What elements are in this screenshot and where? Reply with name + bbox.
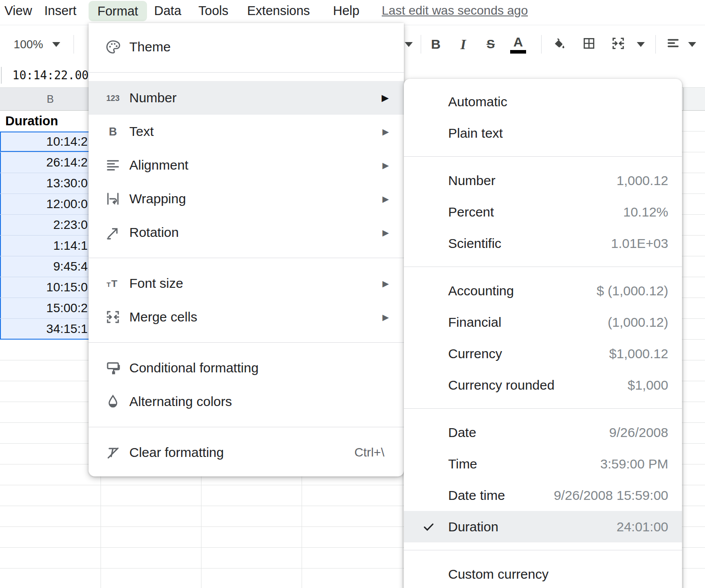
table-row[interactable]: 26:14:2 [0,152,101,173]
formula-bar-divider [1,67,2,84]
format-example: 9/26/2008 [600,425,668,440]
menu-item-wrapping[interactable]: Wrapping ▶ [89,182,404,216]
menu-divider [404,156,682,157]
menu-item-rotation[interactable]: Rotation ▶ [89,216,404,249]
menubar-item-view[interactable]: View [4,0,32,21]
column-header-b[interactable]: B [0,88,101,110]
table-row[interactable]: 15:00:2 [0,298,101,319]
merge-cells-icon [611,36,626,53]
menubar-item-format[interactable]: Format [89,1,147,21]
submenu-item-date-time[interactable]: Date time 9/26/2008 15:59:00 [404,480,682,511]
menu-divider [404,550,682,550]
menu-divider [89,72,404,73]
merge-cells-icon [105,309,121,325]
menu-item-theme[interactable]: Theme [89,30,404,64]
italic-icon: I [461,36,466,53]
submenu-item-label: Automatic [448,94,507,109]
conditional-formatting-icon [105,360,121,376]
submenu-item-currency[interactable]: Currency $1,000.12 [404,338,682,369]
menu-item-label: Wrapping [129,191,186,206]
submenu-item-number[interactable]: Number 1,000.12 [404,165,682,196]
submenu-item-label: Duration [448,519,498,534]
format-example: 24:01:00 [608,519,668,534]
submenu-item-automatic[interactable]: Automatic [404,86,682,117]
checkmark-icon [419,511,438,542]
menu-item-merge-cells[interactable]: Merge cells ▶ [89,300,404,334]
submenu-item-duration[interactable]: Duration 24:01:00 [404,511,682,542]
table-row[interactable]: 12:00:0 [0,194,101,215]
italic-button[interactable]: I [453,25,473,63]
submenu-item-accounting[interactable]: Accounting $ (1,000.12) [404,275,682,306]
menu-item-label: Alignment [129,158,188,173]
menubar-item-tools[interactable]: Tools [198,0,229,21]
menu-item-font-size[interactable]: TT Font size ▶ [89,267,404,300]
table-row[interactable]: 1:14:1 [0,236,101,256]
submenu-item-currency-rounded[interactable]: Currency rounded $1,000 [404,369,682,401]
submenu-item-label: Plain text [448,126,503,141]
google-sheets-screen: ViewInsertFormatDataToolsExtensionsHelp … [0,0,705,588]
menubar-item-extensions[interactable]: Extensions [247,0,310,21]
horizontal-align-button[interactable] [662,25,684,63]
formula-input[interactable]: 10:14:22.00 [12,63,89,87]
merge-caret-icon[interactable] [634,25,647,63]
menubar-item-data[interactable]: Data [154,0,181,21]
menu-item-number[interactable]: 123 Number ▶ [89,81,404,115]
font-size-caret-icon[interactable] [402,25,415,63]
menu-item-conditional-formatting[interactable]: Conditional formatting [89,351,404,385]
table-row[interactable]: 2:23:0 [0,215,101,236]
last-edit-link[interactable]: Last edit was seconds ago [382,0,528,21]
submenu-item-plain-text[interactable]: Plain text [404,117,682,149]
number-submenu-items: Automatic Plain text Number 1,000.12 Per… [404,86,682,588]
horizontal-align-icon [666,36,680,52]
selected-range[interactable]: 10:14:226:14:213:30:012:00:02:23:01:14:1… [0,132,101,340]
zoom-caret-icon[interactable] [50,25,63,63]
menu-item-label: Theme [129,39,170,54]
submenu-item-financial[interactable]: Financial (1,000.12) [404,306,682,338]
fill-color-button[interactable] [548,25,569,63]
table-row[interactable]: 9:45:4 [0,256,101,277]
table-row[interactable]: 34:15:1 [0,319,101,340]
menu-item-label: Text [129,124,154,139]
submenu-item-label: Time [448,456,477,472]
strikethrough-button[interactable]: S [481,25,500,63]
svg-text:T: T [111,278,117,289]
table-row[interactable]: 10:15:0 [0,277,101,298]
menu-item-label: Number [129,90,177,105]
submenu-item-scientific[interactable]: Scientific 1.01E+03 [404,228,682,259]
text-color-button[interactable]: A [508,25,528,63]
menu-divider [404,267,682,267]
menu-item-alternating-colors[interactable]: Alternating colors [89,385,404,418]
submenu-item-custom-currency[interactable]: Custom currency [404,558,682,588]
menu-divider [404,408,682,409]
submenu-arrow-icon: ▶ [382,160,389,170]
table-row[interactable]: 10:14:2 [0,132,101,152]
menu-item-clear-formatting[interactable]: Clear formatting Ctrl+\ [89,436,404,469]
menu-item-label: Clear formatting [129,445,224,460]
align-caret-icon[interactable] [686,25,699,63]
table-row[interactable]: 13:30:0 [0,173,101,194]
submenu-item-time[interactable]: Time 3:59:00 PM [404,448,682,480]
submenu-arrow-icon: ▶ [382,228,389,238]
number-123-icon: 123 [105,89,121,106]
menu-shortcut: Ctrl+\ [354,445,389,460]
header-cell-duration[interactable]: Duration [0,111,101,132]
menu-item-text[interactable]: B Text ▶ [89,115,404,148]
toolbar-divider [74,35,74,54]
submenu-item-label: Date time [448,488,505,503]
column-header-next[interactable] [683,88,705,110]
menubar-item-insert[interactable]: Insert [44,0,77,21]
menubar-item-help[interactable]: Help [333,0,360,21]
bold-b-icon: B [105,123,121,140]
bold-icon: B [431,37,441,52]
menu-item-label: Font size [129,276,183,291]
menu-item-alignment[interactable]: Alignment ▶ [89,148,404,182]
borders-button[interactable] [578,25,600,63]
merge-cells-button[interactable] [608,25,629,63]
zoom-control[interactable]: 100% [11,25,46,63]
submenu-item-label: Number [448,173,496,188]
bold-button[interactable]: B [426,25,445,63]
submenu-item-percent[interactable]: Percent 10.12% [404,196,682,228]
submenu-arrow-icon: ▶ [382,93,389,103]
submenu-arrow-icon: ▶ [382,127,389,137]
submenu-item-date[interactable]: Date 9/26/2008 [404,417,682,448]
